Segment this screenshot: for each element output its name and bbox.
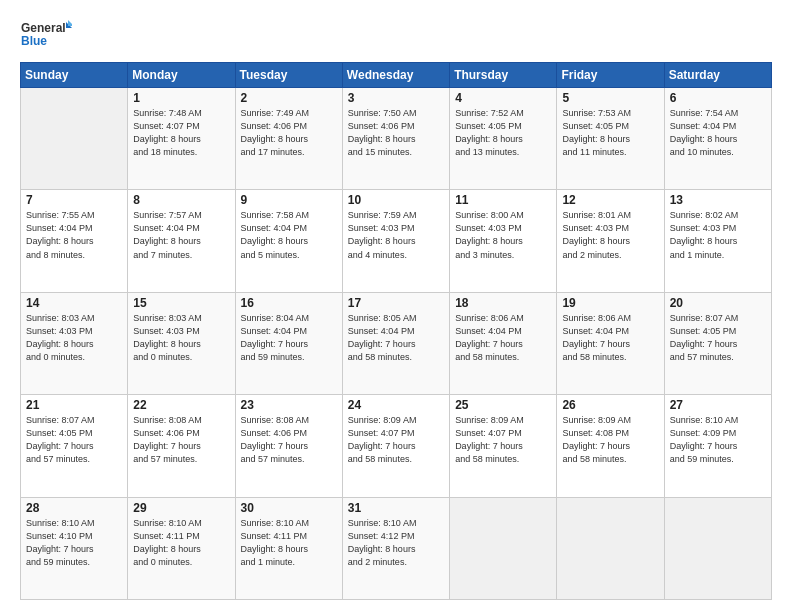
col-header-sunday: Sunday	[21, 63, 128, 88]
day-number: 1	[133, 91, 229, 105]
day-number: 26	[562, 398, 658, 412]
day-number: 30	[241, 501, 337, 515]
day-detail: Sunrise: 8:06 AM Sunset: 4:04 PM Dayligh…	[455, 312, 551, 364]
day-number: 2	[241, 91, 337, 105]
day-detail: Sunrise: 8:02 AM Sunset: 4:03 PM Dayligh…	[670, 209, 766, 261]
calendar-cell: 1Sunrise: 7:48 AM Sunset: 4:07 PM Daylig…	[128, 88, 235, 190]
day-number: 10	[348, 193, 444, 207]
calendar-cell: 14Sunrise: 8:03 AM Sunset: 4:03 PM Dayli…	[21, 292, 128, 394]
page: General Blue SundayMondayTuesdayWednesda…	[0, 0, 792, 612]
calendar-cell	[21, 88, 128, 190]
day-number: 18	[455, 296, 551, 310]
day-number: 29	[133, 501, 229, 515]
calendar-week-row: 21Sunrise: 8:07 AM Sunset: 4:05 PM Dayli…	[21, 395, 772, 497]
calendar-cell: 24Sunrise: 8:09 AM Sunset: 4:07 PM Dayli…	[342, 395, 449, 497]
day-number: 8	[133, 193, 229, 207]
day-number: 22	[133, 398, 229, 412]
day-number: 5	[562, 91, 658, 105]
calendar-table: SundayMondayTuesdayWednesdayThursdayFrid…	[20, 62, 772, 600]
day-number: 11	[455, 193, 551, 207]
calendar-cell	[450, 497, 557, 599]
calendar-cell: 15Sunrise: 8:03 AM Sunset: 4:03 PM Dayli…	[128, 292, 235, 394]
day-number: 25	[455, 398, 551, 412]
day-detail: Sunrise: 7:52 AM Sunset: 4:05 PM Dayligh…	[455, 107, 551, 159]
calendar-cell: 5Sunrise: 7:53 AM Sunset: 4:05 PM Daylig…	[557, 88, 664, 190]
calendar-cell: 7Sunrise: 7:55 AM Sunset: 4:04 PM Daylig…	[21, 190, 128, 292]
day-number: 19	[562, 296, 658, 310]
day-detail: Sunrise: 8:07 AM Sunset: 4:05 PM Dayligh…	[670, 312, 766, 364]
day-number: 15	[133, 296, 229, 310]
day-number: 13	[670, 193, 766, 207]
calendar-cell: 11Sunrise: 8:00 AM Sunset: 4:03 PM Dayli…	[450, 190, 557, 292]
calendar-cell: 28Sunrise: 8:10 AM Sunset: 4:10 PM Dayli…	[21, 497, 128, 599]
calendar-cell: 26Sunrise: 8:09 AM Sunset: 4:08 PM Dayli…	[557, 395, 664, 497]
day-detail: Sunrise: 8:06 AM Sunset: 4:04 PM Dayligh…	[562, 312, 658, 364]
day-detail: Sunrise: 8:10 AM Sunset: 4:12 PM Dayligh…	[348, 517, 444, 569]
calendar-cell: 20Sunrise: 8:07 AM Sunset: 4:05 PM Dayli…	[664, 292, 771, 394]
day-number: 23	[241, 398, 337, 412]
day-detail: Sunrise: 8:10 AM Sunset: 4:09 PM Dayligh…	[670, 414, 766, 466]
col-header-saturday: Saturday	[664, 63, 771, 88]
calendar-cell: 30Sunrise: 8:10 AM Sunset: 4:11 PM Dayli…	[235, 497, 342, 599]
day-detail: Sunrise: 8:10 AM Sunset: 4:11 PM Dayligh…	[241, 517, 337, 569]
day-number: 21	[26, 398, 122, 412]
day-detail: Sunrise: 8:08 AM Sunset: 4:06 PM Dayligh…	[133, 414, 229, 466]
day-number: 16	[241, 296, 337, 310]
calendar-week-row: 28Sunrise: 8:10 AM Sunset: 4:10 PM Dayli…	[21, 497, 772, 599]
calendar-cell: 2Sunrise: 7:49 AM Sunset: 4:06 PM Daylig…	[235, 88, 342, 190]
day-detail: Sunrise: 8:03 AM Sunset: 4:03 PM Dayligh…	[133, 312, 229, 364]
svg-text:General: General	[21, 21, 66, 35]
day-number: 6	[670, 91, 766, 105]
day-detail: Sunrise: 8:05 AM Sunset: 4:04 PM Dayligh…	[348, 312, 444, 364]
day-number: 17	[348, 296, 444, 310]
day-number: 4	[455, 91, 551, 105]
col-header-tuesday: Tuesday	[235, 63, 342, 88]
header: General Blue	[20, 18, 772, 54]
day-number: 3	[348, 91, 444, 105]
calendar-header-row: SundayMondayTuesdayWednesdayThursdayFrid…	[21, 63, 772, 88]
day-detail: Sunrise: 8:07 AM Sunset: 4:05 PM Dayligh…	[26, 414, 122, 466]
col-header-wednesday: Wednesday	[342, 63, 449, 88]
day-number: 12	[562, 193, 658, 207]
day-detail: Sunrise: 8:10 AM Sunset: 4:11 PM Dayligh…	[133, 517, 229, 569]
day-number: 14	[26, 296, 122, 310]
day-detail: Sunrise: 7:54 AM Sunset: 4:04 PM Dayligh…	[670, 107, 766, 159]
calendar-week-row: 14Sunrise: 8:03 AM Sunset: 4:03 PM Dayli…	[21, 292, 772, 394]
svg-marker-4	[68, 20, 72, 26]
day-detail: Sunrise: 7:49 AM Sunset: 4:06 PM Dayligh…	[241, 107, 337, 159]
day-detail: Sunrise: 7:50 AM Sunset: 4:06 PM Dayligh…	[348, 107, 444, 159]
calendar-cell: 29Sunrise: 8:10 AM Sunset: 4:11 PM Dayli…	[128, 497, 235, 599]
day-number: 7	[26, 193, 122, 207]
calendar-cell	[557, 497, 664, 599]
calendar-cell	[664, 497, 771, 599]
svg-text:Blue: Blue	[21, 34, 47, 48]
calendar-cell: 18Sunrise: 8:06 AM Sunset: 4:04 PM Dayli…	[450, 292, 557, 394]
day-number: 31	[348, 501, 444, 515]
calendar-week-row: 7Sunrise: 7:55 AM Sunset: 4:04 PM Daylig…	[21, 190, 772, 292]
calendar-cell: 31Sunrise: 8:10 AM Sunset: 4:12 PM Dayli…	[342, 497, 449, 599]
calendar-cell: 8Sunrise: 7:57 AM Sunset: 4:04 PM Daylig…	[128, 190, 235, 292]
day-detail: Sunrise: 7:53 AM Sunset: 4:05 PM Dayligh…	[562, 107, 658, 159]
calendar-cell: 19Sunrise: 8:06 AM Sunset: 4:04 PM Dayli…	[557, 292, 664, 394]
calendar-cell: 4Sunrise: 7:52 AM Sunset: 4:05 PM Daylig…	[450, 88, 557, 190]
col-header-friday: Friday	[557, 63, 664, 88]
day-detail: Sunrise: 7:57 AM Sunset: 4:04 PM Dayligh…	[133, 209, 229, 261]
calendar-cell: 17Sunrise: 8:05 AM Sunset: 4:04 PM Dayli…	[342, 292, 449, 394]
calendar-cell: 25Sunrise: 8:09 AM Sunset: 4:07 PM Dayli…	[450, 395, 557, 497]
day-number: 28	[26, 501, 122, 515]
day-detail: Sunrise: 8:09 AM Sunset: 4:08 PM Dayligh…	[562, 414, 658, 466]
calendar-cell: 16Sunrise: 8:04 AM Sunset: 4:04 PM Dayli…	[235, 292, 342, 394]
calendar-cell: 12Sunrise: 8:01 AM Sunset: 4:03 PM Dayli…	[557, 190, 664, 292]
day-detail: Sunrise: 8:04 AM Sunset: 4:04 PM Dayligh…	[241, 312, 337, 364]
calendar-cell: 23Sunrise: 8:08 AM Sunset: 4:06 PM Dayli…	[235, 395, 342, 497]
calendar-cell: 6Sunrise: 7:54 AM Sunset: 4:04 PM Daylig…	[664, 88, 771, 190]
day-detail: Sunrise: 8:09 AM Sunset: 4:07 PM Dayligh…	[455, 414, 551, 466]
day-detail: Sunrise: 7:55 AM Sunset: 4:04 PM Dayligh…	[26, 209, 122, 261]
calendar-cell: 10Sunrise: 7:59 AM Sunset: 4:03 PM Dayli…	[342, 190, 449, 292]
day-detail: Sunrise: 8:01 AM Sunset: 4:03 PM Dayligh…	[562, 209, 658, 261]
day-number: 27	[670, 398, 766, 412]
col-header-monday: Monday	[128, 63, 235, 88]
calendar-cell: 13Sunrise: 8:02 AM Sunset: 4:03 PM Dayli…	[664, 190, 771, 292]
calendar-cell: 27Sunrise: 8:10 AM Sunset: 4:09 PM Dayli…	[664, 395, 771, 497]
day-detail: Sunrise: 8:09 AM Sunset: 4:07 PM Dayligh…	[348, 414, 444, 466]
